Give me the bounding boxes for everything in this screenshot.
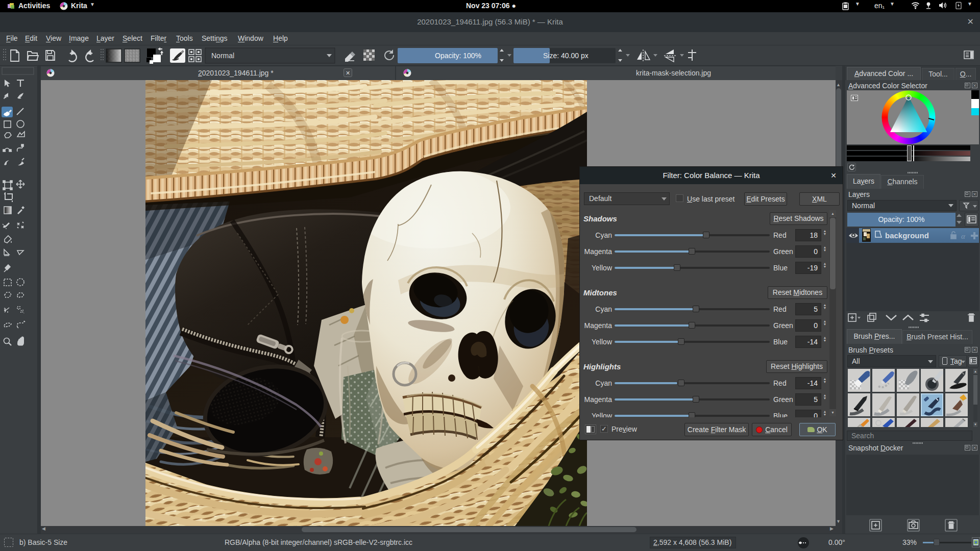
svg-text:Size: 40.00 px: Size: 40.00 px bbox=[543, 52, 589, 60]
svg-text:Normal: Normal bbox=[211, 52, 234, 60]
svg-text:Opacity: 100%: Opacity: 100% bbox=[435, 52, 481, 60]
svg-text:α: α bbox=[961, 232, 966, 240]
